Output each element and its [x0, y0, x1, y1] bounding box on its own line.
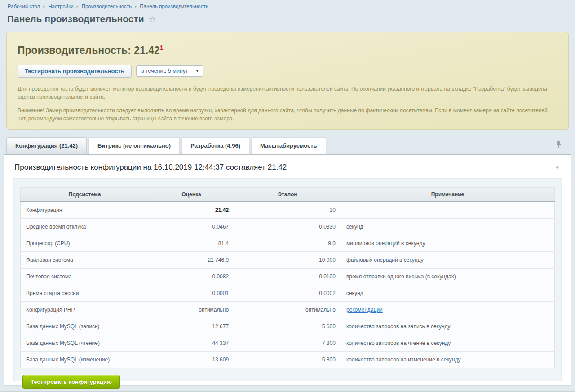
cell-score: 21.42 — [149, 202, 234, 219]
cell-reference: 7 800 — [234, 335, 341, 352]
cell-note: количество запросов на запись в секунду — [341, 318, 555, 335]
cell-score: 0.0001 — [149, 285, 234, 302]
cell-score: оптимально — [149, 302, 234, 318]
breadcrumb-item[interactable]: Настройки — [48, 4, 73, 9]
banner-paragraph-1: Для проведения теста будет включен монит… — [18, 85, 557, 101]
tabs-bar: Конфигурация (21.42)Битрикс (не оптималь… — [6, 137, 569, 154]
cell-reference: 5 600 — [234, 318, 341, 335]
content-panel: Производительность конфигурации на 16.10… — [4, 154, 571, 385]
test-configuration-button[interactable]: Тестировать конфигурацию — [22, 375, 120, 389]
column-header-score: Оценка — [149, 188, 234, 202]
cell-score: 12 677 — [149, 318, 234, 335]
cell-note: миллионов операций в секунду — [341, 235, 555, 252]
table-footer: Тестировать конфигурацию — [22, 375, 555, 389]
cell-reference: 0.0002 — [234, 285, 341, 302]
cell-score: 21 746.9 — [149, 252, 234, 269]
cell-reference: 0.0100 — [234, 269, 341, 285]
cell-score: 0.0467 — [149, 219, 234, 235]
table-row: Среднее время отклика0.04670.0330секунд — [21, 219, 555, 235]
table-row: База данных MySQL (запись)12 6775 600кол… — [21, 318, 555, 335]
cell-reference: 0.0330 — [234, 219, 341, 235]
table-row: Конфигурация PHPоптимальнооптимальнореко… — [21, 302, 555, 318]
table-row: Файловая система21 746.910 000файловых о… — [21, 252, 555, 269]
cell-note: секунд — [341, 219, 555, 235]
performance-score-label: Производительность: — [18, 44, 131, 56]
cell-subsystem: База данных MySQL (изменение) — [21, 352, 149, 368]
table-row: Время старта сессии0.00010.0002секунд — [21, 285, 555, 302]
performance-score-heading: Производительность: 21.421 — [18, 44, 557, 57]
cell-subsystem: Время старта сессии — [21, 285, 149, 302]
tab-inactive[interactable]: Масштабируемость — [251, 137, 326, 154]
table-row: Почтовая система0.00820.0100время отправ… — [21, 269, 555, 285]
footnote-marker: 1 — [160, 44, 164, 51]
breadcrumb-separator-icon: ▸ — [43, 4, 45, 9]
banner-paragraph-2: Внимание! Замер производительности следу… — [18, 106, 557, 123]
interval-select[interactable]: в течение 5 минут ▼ — [136, 65, 203, 77]
page-title-row: Панель производительности ☆ — [0, 9, 575, 24]
performance-banner: Производительность: 21.421 Тестировать п… — [6, 32, 569, 130]
cell-note: время отправки одного письма (в секундах… — [341, 269, 555, 285]
table-row: Процессор (CPU)81.49.0миллионов операций… — [21, 235, 555, 252]
breadcrumb-item[interactable]: Рабочий стол — [8, 4, 40, 9]
collapse-section-icon[interactable]: ▼ — [555, 165, 560, 170]
cell-subsystem: Файловая система — [21, 252, 149, 269]
tab-inactive[interactable]: Разработка (4.96) — [181, 137, 249, 154]
section-title: Производительность конфигурации на 16.10… — [14, 163, 287, 172]
cell-note: количество запросов на изменение в секун… — [341, 352, 555, 368]
cell-subsystem: Конфигурация — [21, 202, 149, 219]
cell-reference: 9.0 — [234, 235, 341, 252]
performance-table: Подсистема Оценка Эталон Примечание Конф… — [20, 187, 555, 368]
cell-subsystem: Процессор (CPU) — [21, 235, 149, 252]
breadcrumb-item[interactable]: Панель производительности — [140, 4, 208, 9]
page-title: Панель производительности — [7, 13, 144, 24]
cell-subsystem: Почтовая система — [21, 269, 149, 285]
column-header-note: Примечание — [341, 188, 555, 202]
table-header-row: Подсистема Оценка Эталон Примечание — [21, 188, 555, 202]
cell-note: файловых операций в секунду — [341, 252, 555, 269]
chevron-down-icon: ▼ — [195, 69, 199, 73]
breadcrumb-separator-icon: ▸ — [135, 4, 137, 9]
performance-table-body: Конфигурация21.4230Среднее время отклика… — [21, 202, 555, 368]
cell-note — [341, 202, 555, 219]
table-row: База данных MySQL (изменение)13 6095 800… — [21, 352, 555, 368]
cell-reference: 5 800 — [234, 352, 341, 368]
cell-score: 44 337 — [149, 335, 234, 352]
cell-reference: оптимально — [234, 302, 341, 318]
cell-subsystem: Конфигурация PHP — [21, 302, 149, 318]
cell-subsystem: База данных MySQL (чтение) — [21, 335, 149, 352]
breadcrumb-item[interactable]: Производительность — [82, 4, 132, 9]
breadcrumb: Рабочий стол▸Настройки▸Производительност… — [0, 0, 575, 9]
tab-inactive[interactable]: Битрикс (не оптимально) — [88, 137, 180, 154]
cell-reference: 30 — [234, 202, 341, 219]
section-content: Подсистема Оценка Эталон Примечание Конф… — [13, 178, 562, 381]
cell-subsystem: Среднее время отклика — [21, 219, 149, 235]
cell-note: рекомендации — [341, 302, 555, 318]
cell-reference: 10 000 — [234, 252, 341, 269]
column-header-subsystem: Подсистема — [21, 188, 149, 202]
table-row: База данных MySQL (чтение)44 3377 800кол… — [21, 335, 555, 352]
cell-subsystem: База данных MySQL (запись) — [21, 318, 149, 335]
cell-note: секунд — [341, 285, 555, 302]
performance-controls: Тестировать производительность в течение… — [18, 65, 557, 78]
cell-score: 0.0082 — [149, 269, 234, 285]
cell-score: 13 609 — [149, 352, 234, 368]
breadcrumb-separator-icon: ▸ — [77, 4, 79, 9]
cell-note: количество запросов на чтение в секунду — [341, 335, 555, 352]
interval-select-value: в течение 5 минут — [141, 68, 188, 74]
pin-icon[interactable] — [556, 141, 562, 150]
test-performance-button[interactable]: Тестировать производительность — [18, 65, 132, 78]
section-header: Производительность конфигурации на 16.10… — [4, 155, 571, 178]
cell-score: 81.4 — [149, 235, 234, 252]
recommendations-link[interactable]: рекомендации — [346, 307, 383, 313]
favorite-star-icon[interactable]: ☆ — [149, 15, 156, 24]
table-row: Конфигурация21.4230 — [21, 202, 555, 219]
tab-active[interactable]: Конфигурация (21.42) — [6, 137, 87, 154]
column-header-reference: Эталон — [234, 188, 341, 202]
performance-score-value: 21.42 — [134, 44, 160, 56]
